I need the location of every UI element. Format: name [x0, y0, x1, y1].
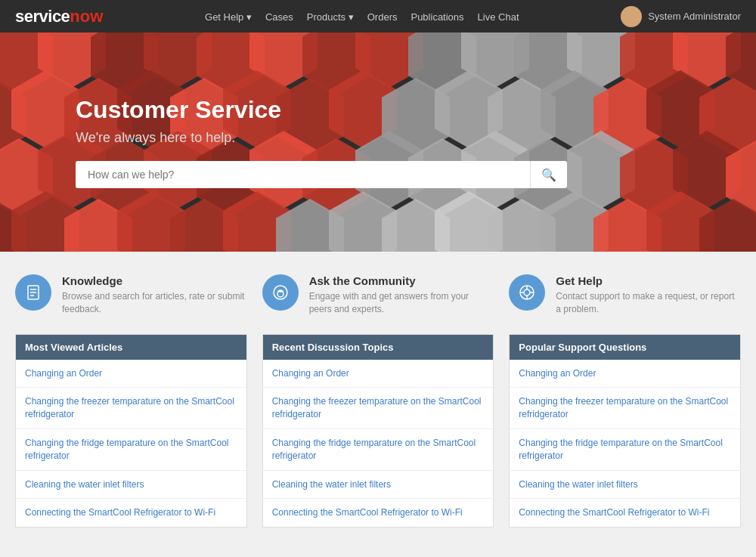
section-card-knowledge[interactable]: Knowledge Browse and search for articles…	[15, 274, 247, 316]
community-icon	[262, 274, 299, 311]
article-link[interactable]: Changing the freezer temparature on the …	[263, 388, 494, 429]
main-content: Knowledge Browse and search for articles…	[0, 252, 756, 550]
list-item: Cleaning the water inlet filters	[263, 471, 494, 500]
col-popular-support: Popular Support QuestionsChanging an Ord…	[509, 334, 741, 528]
list-item: Changing the freezer temparature on the …	[16, 388, 246, 429]
list-item: Cleaning the water inlet filters	[510, 471, 740, 500]
list-item: Changing the fridge temparature on the S…	[263, 429, 494, 471]
nav-links: Get Help ▾CasesProducts ▾OrdersPublicati…	[205, 10, 519, 23]
list-item: Connecting the SmartCool Refrigerator to…	[510, 499, 740, 527]
knowledge-text: Knowledge Browse and search for articles…	[62, 274, 247, 316]
list-item: Changing the fridge temparature on the S…	[510, 429, 740, 471]
article-list-most-viewed: Changing an OrderChanging the freezer te…	[16, 360, 246, 528]
article-link[interactable]: Connecting the SmartCool Refrigerator to…	[510, 499, 740, 527]
article-link[interactable]: Changing the fridge temparature on the S…	[263, 429, 494, 470]
col-recent-discussions: Recent Discussion TopicsChanging an Orde…	[262, 334, 494, 528]
community-title: Ask the Community	[309, 274, 494, 287]
article-link[interactable]: Connecting the SmartCool Refrigerator to…	[16, 499, 246, 527]
list-item: Changing the freezer temparature on the …	[510, 388, 740, 429]
community-desc: Engage with and get answers from your pe…	[309, 290, 494, 316]
article-link[interactable]: Changing the fridge temparature on the S…	[16, 429, 246, 470]
section-card-get-help[interactable]: Get Help Contact support to make a reque…	[509, 274, 741, 316]
article-link[interactable]: Changing an Order	[263, 360, 494, 388]
svg-point-7	[524, 289, 530, 296]
hero-title: Customer Service	[76, 96, 567, 124]
article-link[interactable]: Cleaning the water inlet filters	[510, 471, 740, 499]
knowledge-icon	[15, 274, 51, 311]
search-input[interactable]	[76, 161, 530, 188]
knowledge-title: Knowledge	[62, 274, 247, 287]
col-header-popular-support: Popular Support Questions	[510, 335, 740, 360]
list-item: Changing the freezer temparature on the …	[263, 388, 494, 429]
list-item: Connecting the SmartCool Refrigerator to…	[263, 499, 494, 527]
get-help-desc: Contact support to make a request, or re…	[556, 290, 741, 316]
get-help-text: Get Help Contact support to make a reque…	[556, 274, 741, 316]
get-help-title: Get Help	[556, 274, 741, 287]
list-item: Changing an Order	[510, 360, 740, 388]
logo-service: service	[15, 7, 70, 26]
hero-content: Customer Service We're always here to he…	[76, 96, 567, 188]
article-link[interactable]: Changing the fridge temparature on the S…	[510, 429, 740, 470]
article-columns: Most Viewed ArticlesChanging an OrderCha…	[15, 334, 741, 528]
article-link[interactable]: Cleaning the water inlet filters	[16, 471, 246, 499]
nav-link-cases[interactable]: Cases	[265, 11, 293, 23]
list-item: Changing an Order	[16, 360, 246, 388]
col-header-recent-discussions: Recent Discussion Topics	[263, 335, 494, 360]
list-item: Changing the fridge temparature on the S…	[16, 429, 246, 471]
list-item: Cleaning the water inlet filters	[16, 471, 246, 500]
article-list-popular-support: Changing an OrderChanging the freezer te…	[510, 360, 740, 528]
get-help-icon	[509, 274, 545, 311]
navigation: servicenow Get Help ▾CasesProducts ▾Orde…	[0, 0, 756, 32]
avatar	[621, 6, 642, 27]
article-link[interactable]: Changing an Order	[16, 360, 246, 388]
section-cards: Knowledge Browse and search for articles…	[15, 274, 741, 316]
search-bar: 🔍	[76, 161, 567, 188]
section-card-community[interactable]: Ask the Community Engage with and get an…	[262, 274, 494, 316]
col-most-viewed: Most Viewed ArticlesChanging an OrderCha…	[15, 334, 247, 528]
list-item: Changing an Order	[263, 360, 494, 388]
logo[interactable]: servicenow	[15, 7, 103, 26]
hero-subtitle: We're always here to help.	[76, 130, 567, 146]
logo-now: now	[70, 7, 103, 26]
list-item: Connecting the SmartCool Refrigerator to…	[16, 499, 246, 527]
hero-section: Customer Service We're always here to he…	[0, 32, 756, 252]
col-header-most-viewed: Most Viewed Articles	[16, 335, 246, 360]
article-link[interactable]: Changing an Order	[510, 360, 740, 388]
community-text: Ask the Community Engage with and get an…	[309, 274, 494, 316]
search-button[interactable]: 🔍	[530, 161, 567, 188]
article-link[interactable]: Changing the freezer temparature on the …	[510, 388, 740, 429]
article-list-recent-discussions: Changing an OrderChanging the freezer te…	[263, 360, 494, 528]
nav-link-orders[interactable]: Orders	[367, 11, 398, 23]
article-link[interactable]: Cleaning the water inlet filters	[263, 471, 494, 499]
article-link[interactable]: Connecting the SmartCool Refrigerator to…	[263, 499, 494, 527]
article-link[interactable]: Changing the freezer temparature on the …	[16, 388, 246, 429]
nav-link-get-help[interactable]: Get Help ▾	[205, 11, 252, 23]
nav-link-live-chat[interactable]: Live Chat	[478, 11, 519, 23]
nav-user[interactable]: System Administrator	[621, 6, 741, 27]
knowledge-desc: Browse and search for articles, rate or …	[62, 290, 247, 316]
user-name: System Administrator	[648, 11, 741, 22]
nav-link-products[interactable]: Products ▾	[307, 11, 354, 23]
nav-link-publications[interactable]: Publications	[411, 11, 463, 23]
